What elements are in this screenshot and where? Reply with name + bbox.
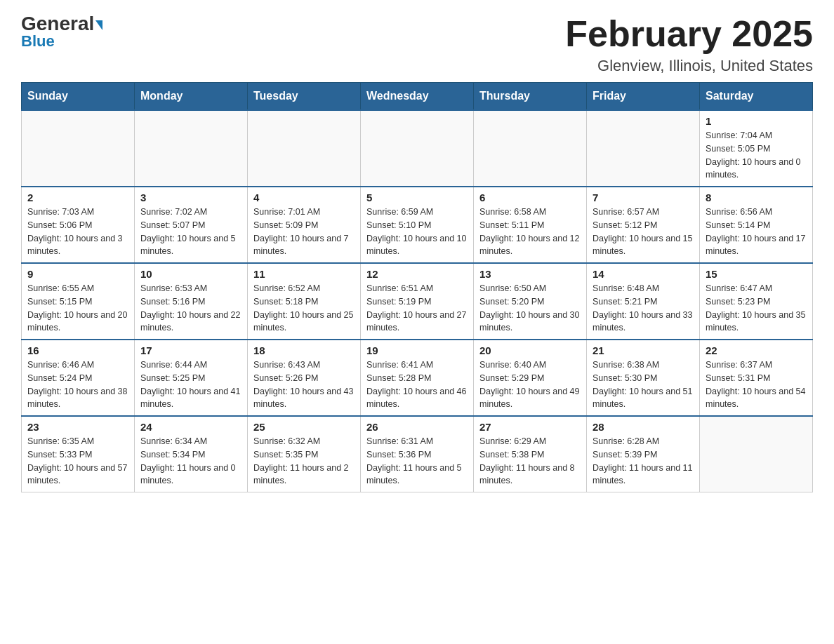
day-info: Sunrise: 6:53 AMSunset: 5:16 PMDaylight:… bbox=[140, 282, 241, 335]
day-info: Sunrise: 6:37 AMSunset: 5:31 PMDaylight:… bbox=[706, 358, 807, 411]
day-info: Sunrise: 6:38 AMSunset: 5:30 PMDaylight:… bbox=[593, 358, 694, 411]
table-row bbox=[22, 110, 135, 187]
day-number: 22 bbox=[706, 344, 807, 356]
day-info: Sunrise: 6:48 AMSunset: 5:21 PMDaylight:… bbox=[593, 282, 694, 335]
day-info: Sunrise: 6:41 AMSunset: 5:28 PMDaylight:… bbox=[366, 358, 468, 411]
day-info: Sunrise: 7:04 AMSunset: 5:05 PMDaylight:… bbox=[706, 129, 807, 182]
day-number: 26 bbox=[366, 421, 468, 433]
table-row: 9Sunrise: 6:55 AMSunset: 5:15 PMDaylight… bbox=[22, 263, 135, 340]
day-number: 8 bbox=[706, 192, 807, 203]
table-row: 10Sunrise: 6:53 AMSunset: 5:16 PMDayligh… bbox=[135, 263, 248, 340]
day-number: 28 bbox=[593, 421, 694, 433]
day-number: 19 bbox=[366, 344, 468, 356]
table-row: 14Sunrise: 6:48 AMSunset: 5:21 PMDayligh… bbox=[587, 263, 700, 340]
day-info: Sunrise: 6:47 AMSunset: 5:23 PMDaylight:… bbox=[706, 282, 807, 335]
calendar-week-row: 2Sunrise: 7:03 AMSunset: 5:06 PMDaylight… bbox=[22, 187, 813, 263]
calendar-week-row: 1Sunrise: 7:04 AMSunset: 5:05 PMDaylight… bbox=[22, 110, 813, 187]
table-row: 6Sunrise: 6:58 AMSunset: 5:11 PMDaylight… bbox=[474, 187, 587, 263]
day-number: 10 bbox=[140, 268, 241, 280]
day-info: Sunrise: 6:51 AMSunset: 5:19 PMDaylight:… bbox=[366, 282, 468, 335]
table-row: 28Sunrise: 6:28 AMSunset: 5:39 PMDayligh… bbox=[587, 416, 700, 492]
day-info: Sunrise: 6:32 AMSunset: 5:35 PMDaylight:… bbox=[253, 435, 355, 488]
table-row: 26Sunrise: 6:31 AMSunset: 5:36 PMDayligh… bbox=[361, 416, 474, 492]
table-row: 13Sunrise: 6:50 AMSunset: 5:20 PMDayligh… bbox=[474, 263, 587, 340]
header-wednesday: Wednesday bbox=[361, 83, 474, 111]
table-row: 2Sunrise: 7:03 AMSunset: 5:06 PMDaylight… bbox=[22, 187, 135, 263]
day-info: Sunrise: 6:34 AMSunset: 5:34 PMDaylight:… bbox=[140, 435, 241, 488]
day-number: 9 bbox=[27, 268, 128, 280]
table-row: 23Sunrise: 6:35 AMSunset: 5:33 PMDayligh… bbox=[22, 416, 135, 492]
day-number: 16 bbox=[27, 344, 128, 356]
day-number: 4 bbox=[253, 192, 355, 203]
table-row: 17Sunrise: 6:44 AMSunset: 5:25 PMDayligh… bbox=[135, 340, 248, 416]
day-number: 15 bbox=[706, 268, 807, 280]
logo-blue: Blue bbox=[21, 32, 55, 51]
day-number: 17 bbox=[140, 344, 241, 356]
day-info: Sunrise: 6:56 AMSunset: 5:14 PMDaylight:… bbox=[706, 206, 807, 258]
calendar-week-row: 23Sunrise: 6:35 AMSunset: 5:33 PMDayligh… bbox=[22, 416, 813, 492]
day-info: Sunrise: 6:57 AMSunset: 5:12 PMDaylight:… bbox=[593, 206, 694, 258]
day-number: 21 bbox=[593, 344, 694, 356]
header-saturday: Saturday bbox=[700, 83, 813, 111]
day-number: 11 bbox=[253, 268, 355, 280]
day-info: Sunrise: 6:28 AMSunset: 5:39 PMDaylight:… bbox=[593, 435, 694, 488]
table-row: 1Sunrise: 7:04 AMSunset: 5:05 PMDaylight… bbox=[700, 110, 813, 187]
table-row bbox=[361, 110, 474, 187]
title-block: February 2025 Glenview, Illinois, United… bbox=[565, 14, 813, 75]
header-friday: Friday bbox=[587, 83, 700, 111]
day-info: Sunrise: 6:35 AMSunset: 5:33 PMDaylight:… bbox=[27, 435, 128, 488]
day-info: Sunrise: 6:46 AMSunset: 5:24 PMDaylight:… bbox=[27, 358, 128, 411]
table-row: 25Sunrise: 6:32 AMSunset: 5:35 PMDayligh… bbox=[248, 416, 361, 492]
day-info: Sunrise: 6:58 AMSunset: 5:11 PMDaylight:… bbox=[479, 206, 581, 258]
table-row: 3Sunrise: 7:02 AMSunset: 5:07 PMDaylight… bbox=[135, 187, 248, 263]
day-info: Sunrise: 6:50 AMSunset: 5:20 PMDaylight:… bbox=[479, 282, 581, 335]
day-number: 3 bbox=[140, 192, 241, 203]
table-row bbox=[587, 110, 700, 187]
table-row: 22Sunrise: 6:37 AMSunset: 5:31 PMDayligh… bbox=[700, 340, 813, 416]
table-row: 20Sunrise: 6:40 AMSunset: 5:29 PMDayligh… bbox=[474, 340, 587, 416]
header-monday: Monday bbox=[135, 83, 248, 111]
day-info: Sunrise: 7:02 AMSunset: 5:07 PMDaylight:… bbox=[140, 206, 241, 258]
day-info: Sunrise: 7:03 AMSunset: 5:06 PMDaylight:… bbox=[27, 206, 128, 258]
weekday-header-row: Sunday Monday Tuesday Wednesday Thursday… bbox=[22, 83, 813, 111]
table-row: 18Sunrise: 6:43 AMSunset: 5:26 PMDayligh… bbox=[248, 340, 361, 416]
day-number: 12 bbox=[366, 268, 468, 280]
day-number: 13 bbox=[479, 268, 581, 280]
table-row bbox=[135, 110, 248, 187]
day-number: 7 bbox=[593, 192, 694, 203]
table-row: 15Sunrise: 6:47 AMSunset: 5:23 PMDayligh… bbox=[700, 263, 813, 340]
day-info: Sunrise: 6:59 AMSunset: 5:10 PMDaylight:… bbox=[366, 206, 468, 258]
table-row: 7Sunrise: 6:57 AMSunset: 5:12 PMDaylight… bbox=[587, 187, 700, 263]
table-row: 4Sunrise: 7:01 AMSunset: 5:09 PMDaylight… bbox=[248, 187, 361, 263]
page-header: General Blue February 2025 Glenview, Ill… bbox=[21, 14, 813, 75]
month-title: February 2025 bbox=[565, 14, 813, 54]
header-tuesday: Tuesday bbox=[248, 83, 361, 111]
day-info: Sunrise: 6:29 AMSunset: 5:38 PMDaylight:… bbox=[479, 435, 581, 488]
day-info: Sunrise: 6:55 AMSunset: 5:15 PMDaylight:… bbox=[27, 282, 128, 335]
table-row: 19Sunrise: 6:41 AMSunset: 5:28 PMDayligh… bbox=[361, 340, 474, 416]
table-row: 27Sunrise: 6:29 AMSunset: 5:38 PMDayligh… bbox=[474, 416, 587, 492]
table-row bbox=[700, 416, 813, 492]
day-number: 23 bbox=[27, 421, 128, 433]
day-info: Sunrise: 6:43 AMSunset: 5:26 PMDaylight:… bbox=[253, 358, 355, 411]
day-info: Sunrise: 6:40 AMSunset: 5:29 PMDaylight:… bbox=[479, 358, 581, 411]
table-row: 16Sunrise: 6:46 AMSunset: 5:24 PMDayligh… bbox=[22, 340, 135, 416]
day-number: 2 bbox=[27, 192, 128, 203]
day-info: Sunrise: 6:52 AMSunset: 5:18 PMDaylight:… bbox=[253, 282, 355, 335]
calendar-table: Sunday Monday Tuesday Wednesday Thursday… bbox=[21, 82, 813, 492]
location-title: Glenview, Illinois, United States bbox=[565, 57, 813, 75]
day-info: Sunrise: 7:01 AMSunset: 5:09 PMDaylight:… bbox=[253, 206, 355, 258]
day-number: 1 bbox=[706, 115, 807, 127]
header-sunday: Sunday bbox=[22, 83, 135, 111]
calendar-week-row: 9Sunrise: 6:55 AMSunset: 5:15 PMDaylight… bbox=[22, 263, 813, 340]
logo-triangle-icon bbox=[95, 20, 102, 30]
table-row: 12Sunrise: 6:51 AMSunset: 5:19 PMDayligh… bbox=[361, 263, 474, 340]
day-info: Sunrise: 6:44 AMSunset: 5:25 PMDaylight:… bbox=[140, 358, 241, 411]
day-number: 18 bbox=[253, 344, 355, 356]
day-number: 5 bbox=[366, 192, 468, 203]
table-row: 5Sunrise: 6:59 AMSunset: 5:10 PMDaylight… bbox=[361, 187, 474, 263]
table-row bbox=[248, 110, 361, 187]
logo-general: General bbox=[21, 14, 102, 34]
table-row bbox=[474, 110, 587, 187]
day-number: 25 bbox=[253, 421, 355, 433]
